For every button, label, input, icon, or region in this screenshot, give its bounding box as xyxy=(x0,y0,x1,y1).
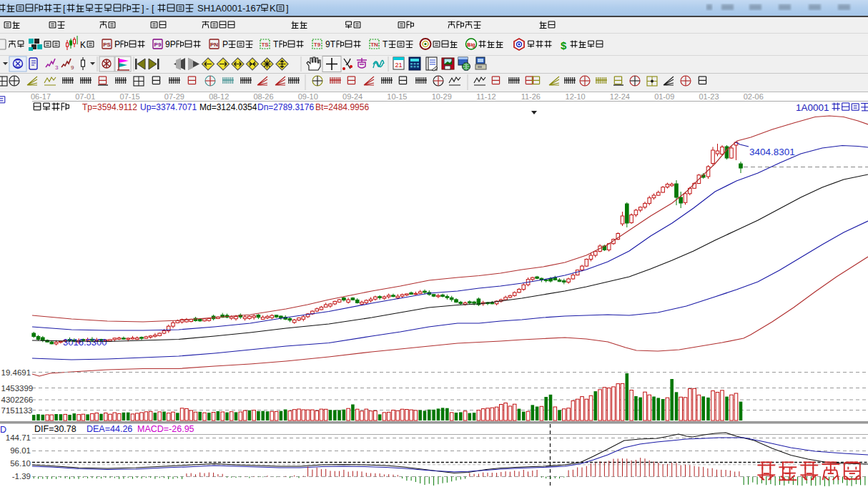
svg-text:07-01: 07-01 xyxy=(75,92,95,101)
svg-text:P: P xyxy=(222,39,228,49)
svg-text:1453399: 1453399 xyxy=(1,384,34,393)
svg-text:10-29: 10-29 xyxy=(432,92,452,101)
svg-text:Up=3374.7071: Up=3374.7071 xyxy=(140,102,197,112)
svg-text:06-17: 06-17 xyxy=(31,92,51,101)
svg-text:- [: - [ xyxy=(146,3,154,14)
svg-text:09-24: 09-24 xyxy=(342,92,363,101)
svg-text:21: 21 xyxy=(395,62,402,69)
svg-text:TS: TS xyxy=(261,41,269,48)
svg-text:Dn=2789.3176: Dn=2789.3176 xyxy=(257,102,314,112)
svg-text:3: 3 xyxy=(55,64,59,71)
svg-text:9P: 9P xyxy=(165,39,176,49)
svg-text:DIF=30.78: DIF=30.78 xyxy=(34,424,77,434)
svg-text:PS: PS xyxy=(103,41,111,48)
svg-text:01-09: 01-09 xyxy=(654,92,674,101)
svg-text:07-15: 07-15 xyxy=(120,92,140,101)
svg-text:56.10: 56.10 xyxy=(10,459,31,468)
svg-text:PN: PN xyxy=(210,41,218,48)
svg-text:SH1A0001-167: SH1A0001-167 xyxy=(197,3,261,14)
svg-text:1A0001: 1A0001 xyxy=(796,102,829,113)
svg-text:K: K xyxy=(80,40,86,50)
svg-text:4302266: 4302266 xyxy=(1,395,34,404)
svg-text:Big: Big xyxy=(467,42,475,48)
svg-text:07-29: 07-29 xyxy=(164,92,184,101)
svg-text:T: T xyxy=(383,39,388,49)
svg-text:]: ] xyxy=(142,3,144,14)
svg-text:9T: 9T xyxy=(325,39,336,49)
svg-text:01-23: 01-23 xyxy=(699,92,719,101)
svg-text:]: ] xyxy=(286,3,289,14)
svg-text:P9: P9 xyxy=(154,41,162,48)
svg-text:11-26: 11-26 xyxy=(521,92,541,101)
svg-text:[: [ xyxy=(63,3,66,14)
svg-text:3016.5300: 3016.5300 xyxy=(63,337,107,348)
svg-text:-1.39: -1.39 xyxy=(12,472,31,481)
svg-text:19.4691: 19.4691 xyxy=(1,368,31,377)
svg-text:TN: TN xyxy=(370,41,378,48)
svg-text:DEA=44.26: DEA=44.26 xyxy=(87,424,132,434)
svg-text:Tp=3594.9112: Tp=3594.9112 xyxy=(82,102,137,112)
svg-text:3404.8301: 3404.8301 xyxy=(749,147,795,157)
svg-text:144.71: 144.71 xyxy=(6,433,31,442)
svg-text:Bt=2484.9956: Bt=2484.9956 xyxy=(315,102,369,112)
svg-text:09-10: 09-10 xyxy=(298,92,318,101)
svg-text:7151133: 7151133 xyxy=(1,406,33,415)
svg-text:11-12: 11-12 xyxy=(476,92,495,101)
svg-text:MACD=-26.95: MACD=-26.95 xyxy=(137,424,194,434)
svg-text:02-06: 02-06 xyxy=(744,92,764,101)
svg-text:P: P xyxy=(114,39,120,49)
svg-text:K: K xyxy=(270,3,276,14)
svg-text:T9: T9 xyxy=(314,41,321,48)
svg-text:12-10: 12-10 xyxy=(566,92,586,101)
svg-text:12-24: 12-24 xyxy=(610,92,630,101)
svg-text:T: T xyxy=(273,39,279,49)
svg-text:10-15: 10-15 xyxy=(387,92,407,101)
svg-text:08-12: 08-12 xyxy=(209,92,229,101)
svg-text:96.01: 96.01 xyxy=(10,446,31,455)
svg-text:9: 9 xyxy=(71,64,74,71)
svg-text:Md=3124.0354: Md=3124.0354 xyxy=(199,102,257,112)
svg-text:08-26: 08-26 xyxy=(253,92,273,101)
svg-text:$: $ xyxy=(561,39,567,51)
